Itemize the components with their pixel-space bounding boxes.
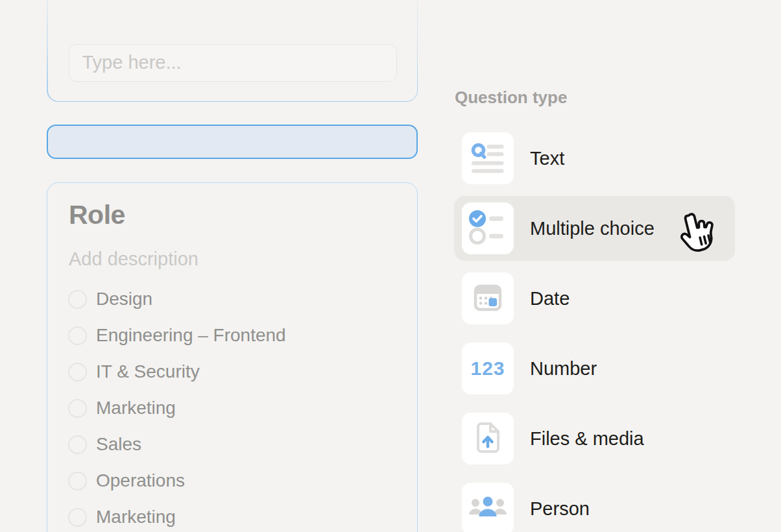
option-label: Marketing <box>96 507 176 527</box>
radio-icon <box>68 399 87 418</box>
radio-icon <box>68 472 87 490</box>
radio-icon <box>68 290 87 309</box>
number-123-icon: 123 <box>462 343 514 394</box>
question-card-body <box>48 0 417 101</box>
question-type-label: Number <box>530 358 597 380</box>
multiple-choice-icon <box>462 202 514 254</box>
option-row[interactable]: Design <box>68 281 392 317</box>
role-question-card: Role Add description Design Engineering … <box>47 182 418 532</box>
radio-icon <box>68 326 87 345</box>
drop-placeholder-bar[interactable] <box>47 125 418 159</box>
question-type-label: Files & media <box>530 428 644 450</box>
question-type-heading: Question type <box>455 88 567 108</box>
question-type-item-number[interactable]: 123 Number <box>454 336 735 401</box>
option-label: Marketing <box>96 398 176 418</box>
calendar-icon <box>462 272 514 324</box>
option-row[interactable]: Marketing <box>68 499 392 532</box>
option-row[interactable]: Marketing <box>68 390 392 426</box>
option-label: Engineering – Frontend <box>96 325 286 346</box>
option-label: Design <box>96 289 152 309</box>
question-card <box>47 0 418 102</box>
option-label: Sales <box>96 434 141 455</box>
radio-icon <box>68 435 87 454</box>
option-label: IT & Security <box>96 361 200 382</box>
question-type-item-multiple-choice[interactable]: Multiple choice <box>454 196 735 261</box>
question-title[interactable]: Role <box>69 200 125 230</box>
question-type-label: Person <box>530 498 590 520</box>
question-text-input[interactable] <box>69 44 397 82</box>
option-label: Operations <box>96 470 185 491</box>
question-type-label: Multiple choice <box>530 218 655 239</box>
text-question-icon <box>462 132 514 184</box>
radio-icon <box>68 363 87 381</box>
person-icon <box>462 483 514 532</box>
option-row[interactable]: IT & Security <box>68 354 392 390</box>
question-type-item-text[interactable]: Text <box>454 126 735 191</box>
options-list: Design Engineering – Frontend IT & Secur… <box>68 281 392 532</box>
question-type-item-person[interactable]: Person <box>454 476 735 532</box>
option-row[interactable]: Sales <box>68 426 392 463</box>
question-type-item-files-media[interactable]: Files & media <box>454 406 735 471</box>
question-type-item-date[interactable]: Date <box>454 266 735 331</box>
question-description-placeholder[interactable]: Add description <box>69 248 198 270</box>
number-123-glyph: 123 <box>470 357 505 380</box>
file-upload-icon <box>462 413 514 465</box>
question-type-label: Date <box>530 288 570 309</box>
radio-icon <box>68 508 87 527</box>
option-row[interactable]: Engineering – Frontend <box>68 317 392 354</box>
question-type-label: Text <box>530 148 564 169</box>
option-row[interactable]: Operations <box>68 463 392 499</box>
